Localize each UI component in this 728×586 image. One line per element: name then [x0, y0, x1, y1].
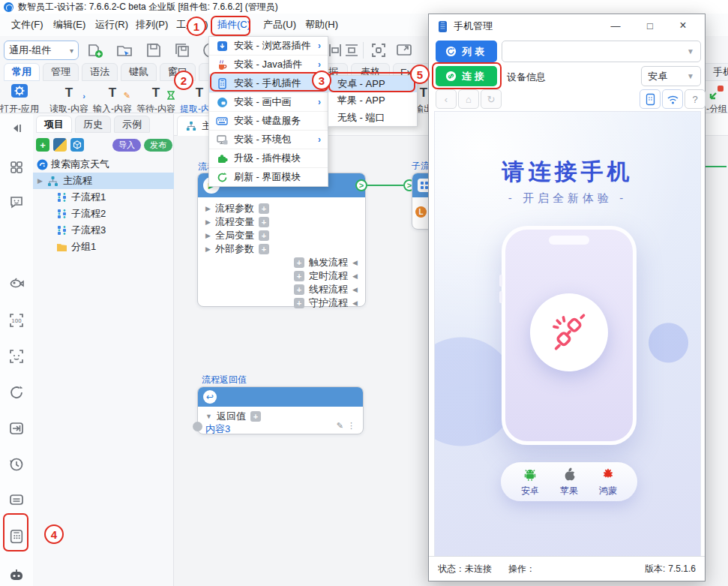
reload-button[interactable]: ↻	[481, 89, 502, 109]
edit-icon[interactable]: ✎	[337, 421, 343, 431]
add-icon[interactable]: +	[259, 230, 269, 241]
wifi-button[interactable]	[662, 89, 683, 109]
scan-face-icon[interactable]	[8, 348, 25, 365]
action-open-app[interactable]: 打开-应用	[0, 81, 42, 116]
tab-syntax[interactable]: 语法	[82, 63, 118, 81]
form-icon[interactable]	[8, 491, 25, 508]
return-connector-dot[interactable]	[193, 422, 202, 431]
publish-button[interactable]: 发布	[144, 139, 172, 152]
tab-manage[interactable]: 管理	[43, 63, 79, 81]
tab-history[interactable]: 历史	[75, 116, 111, 133]
add-icon[interactable]: +	[294, 271, 304, 281]
action-read-content[interactable]: T› 读取-内容	[46, 81, 91, 116]
more-icon[interactable]: ⋮	[347, 421, 355, 431]
refresh-icon[interactable]	[8, 384, 25, 401]
menu-item-upgrade-plugin-module[interactable]: 升级 - 插件模块	[209, 149, 328, 167]
action-wait-content[interactable]: T 等待-内容	[133, 81, 178, 116]
platform-ios[interactable]: 苹果	[550, 467, 589, 497]
menu-help[interactable]: 帮助(H)	[303, 14, 340, 36]
action-input-content[interactable]: T✎ 输入-内容	[90, 81, 135, 116]
add-icon[interactable]: +	[259, 244, 269, 254]
device-select[interactable]: ▼	[502, 41, 701, 62]
tab-examples[interactable]: 示例	[114, 116, 150, 133]
expander-icon[interactable]: ◀	[352, 299, 358, 307]
add-icon[interactable]: +	[250, 411, 261, 422]
tab-common[interactable]: 常用	[4, 63, 40, 81]
menu-item-install-browser-plugin[interactable]: 安装 - 浏览器插件 ›	[209, 37, 328, 55]
new-file-button[interactable]	[84, 39, 106, 62]
phone-keypad-icon[interactable]	[8, 528, 25, 545]
fullscreen-icon[interactable]	[393, 39, 415, 62]
expander-icon[interactable]: ▼	[205, 413, 212, 420]
menu-item-install-phone-plugin[interactable]: 安装 - 手机插件	[209, 74, 328, 92]
menu-run[interactable]: 运行(R)	[93, 14, 130, 36]
back-button[interactable]: ‹	[436, 89, 457, 109]
package-cube-icon[interactable]	[70, 138, 84, 152]
platform-harmony[interactable]: 鸿蒙	[589, 467, 628, 497]
tree-item-subflow2[interactable]: 子流程2	[33, 206, 174, 222]
expander-icon[interactable]: ▶	[205, 245, 211, 253]
device-screen-button[interactable]	[640, 89, 661, 109]
close-button[interactable]: ×	[670, 14, 696, 37]
expander-icon[interactable]: ▶	[205, 232, 211, 239]
menu-item-install-keyboard-service[interactable]: 安装 - 键盘服务	[209, 111, 328, 130]
output-connector[interactable]: >	[355, 179, 367, 191]
import-button[interactable]: 导入	[112, 139, 141, 152]
menu-arrange[interactable]: 排列(P)	[133, 14, 170, 36]
save-button[interactable]	[142, 39, 165, 62]
submenu-item-ios-app[interactable]: 苹果 - APP	[328, 92, 417, 109]
menu-item-refresh-ui-module[interactable]: 刷新 - 界面模块	[209, 167, 328, 186]
tree-item-group1[interactable]: 分组1	[33, 239, 174, 255]
main-flow-block[interactable]: ▶ ▶ 流程参数 + ▶ 流程变量 + ▶ 全局变量 + ▶ 外部参数 +	[197, 173, 366, 307]
add-icon[interactable]: +	[294, 257, 304, 268]
add-icon[interactable]: +	[294, 298, 304, 308]
scan-100-icon[interactable]: 100	[8, 312, 25, 329]
python-icon[interactable]	[53, 138, 67, 152]
list-button[interactable]: 列表	[436, 41, 497, 62]
chat-icon[interactable]	[8, 194, 25, 210]
tree-item-mainflow[interactable]: ▶ 主流程	[33, 173, 174, 189]
add-flow-button[interactable]: +	[36, 138, 49, 152]
save-all-button[interactable]	[171, 39, 193, 62]
tree-item-subflow1[interactable]: 子流程1	[33, 189, 174, 206]
add-icon[interactable]: +	[259, 203, 269, 214]
menu-item-install-java-plugin[interactable]: 安装 - Java插件 ›	[209, 55, 328, 74]
platform-select[interactable]: 安卓 ▼	[641, 66, 701, 86]
menu-edit[interactable]: 编辑(E)	[51, 14, 88, 36]
fish-icon[interactable]	[8, 275, 25, 291]
history-icon[interactable]	[8, 456, 25, 473]
help-button[interactable]: ?	[685, 89, 706, 109]
minimize-button[interactable]: —	[603, 14, 628, 37]
open-file-button[interactable]	[113, 39, 136, 62]
expander-icon[interactable]: ◀	[352, 286, 358, 293]
tree-item-subflow3[interactable]: 子流程3	[33, 222, 174, 239]
robot-icon[interactable]	[8, 567, 25, 584]
tab-phone[interactable]: 手机	[702, 63, 728, 81]
phone-window-titlebar[interactable]: 手机管理	[429, 14, 705, 38]
add-icon[interactable]: +	[259, 217, 269, 227]
home-button[interactable]: ⌂	[458, 89, 479, 109]
menu-file[interactable]: 文件(F)	[9, 14, 46, 36]
menu-item-install-env-pack[interactable]: 安装 - 环境包 ›	[209, 130, 328, 149]
return-block[interactable]: ↩ ▼ 返回值 + 内容3 ✎ ⋮	[197, 386, 364, 434]
add-icon[interactable]: +	[294, 284, 304, 295]
distribute-icon[interactable]	[340, 39, 363, 62]
expander-icon[interactable]: ▶	[205, 218, 211, 226]
enter-icon[interactable]	[8, 420, 25, 437]
platform-android[interactable]: 安卓	[511, 467, 550, 497]
expander-icon[interactable]: ▶	[37, 177, 43, 185]
tab-keymouse[interactable]: 键鼠	[121, 63, 157, 81]
maximize-button[interactable]: □	[637, 14, 663, 37]
expander-icon[interactable]: ◀	[352, 272, 358, 280]
expander-icon[interactable]: ◀	[352, 259, 358, 266]
menu-plugins[interactable]: 插件(C)	[215, 14, 253, 36]
menu-item-install-pip[interactable]: 安装 - 画中画 ›	[209, 92, 328, 111]
apps-grid-icon[interactable]	[8, 159, 25, 176]
capture-icon[interactable]	[367, 39, 390, 62]
connect-button[interactable]: 连接	[436, 66, 497, 86]
tree-item-robot[interactable]: 搜索南京天气	[33, 156, 174, 173]
submenu-item-wireless-port[interactable]: 无线 - 端口	[328, 110, 417, 126]
component-select[interactable]: 通用-组件 ▾	[4, 41, 79, 60]
expander-icon[interactable]: ▶	[205, 205, 211, 212]
tab-project[interactable]: 项目	[36, 116, 72, 133]
